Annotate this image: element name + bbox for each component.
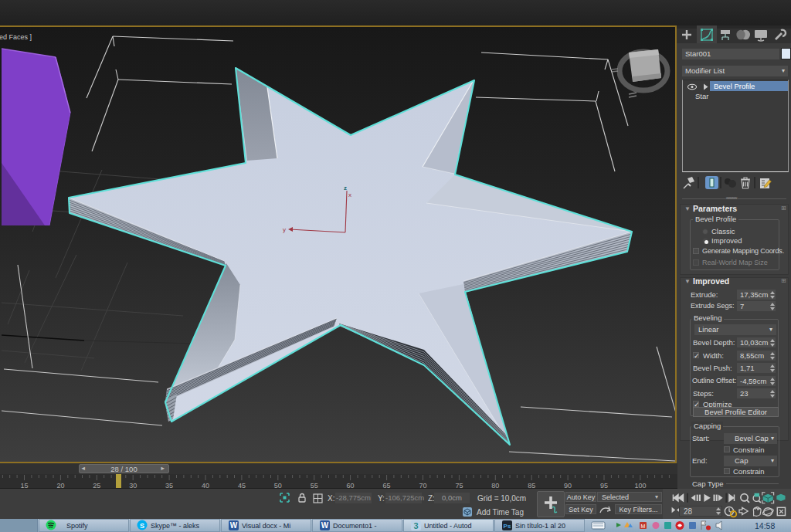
svg-text:35: 35 bbox=[165, 482, 173, 490]
svg-text:Ps: Ps bbox=[504, 523, 511, 530]
svg-text:y: y bbox=[283, 226, 286, 233]
svg-text:W: W bbox=[230, 521, 238, 530]
svg-text:30: 30 bbox=[129, 482, 137, 490]
svg-text:3: 3 bbox=[413, 521, 418, 530]
svg-text:W: W bbox=[321, 521, 329, 530]
svg-text:85: 85 bbox=[528, 482, 535, 490]
svg-text:55: 55 bbox=[311, 482, 318, 490]
svg-text:100: 100 bbox=[634, 482, 646, 490]
svg-text:60: 60 bbox=[347, 482, 355, 490]
svg-text:75: 75 bbox=[455, 482, 463, 490]
svg-text:90: 90 bbox=[564, 482, 572, 490]
svg-text:95: 95 bbox=[600, 482, 608, 490]
svg-text:15: 15 bbox=[20, 482, 28, 490]
svg-text:S: S bbox=[140, 522, 144, 530]
svg-text:x: x bbox=[348, 191, 351, 198]
svg-text:50: 50 bbox=[274, 482, 282, 490]
svg-text:40: 40 bbox=[202, 482, 209, 490]
svg-text:65: 65 bbox=[383, 482, 391, 490]
svg-text:M: M bbox=[641, 524, 646, 529]
svg-text:45: 45 bbox=[238, 482, 246, 490]
svg-text:70: 70 bbox=[419, 482, 426, 490]
svg-text:80: 80 bbox=[491, 482, 499, 490]
svg-text:20: 20 bbox=[56, 482, 64, 490]
svg-text:z: z bbox=[344, 185, 347, 191]
svg-text:25: 25 bbox=[93, 482, 100, 490]
